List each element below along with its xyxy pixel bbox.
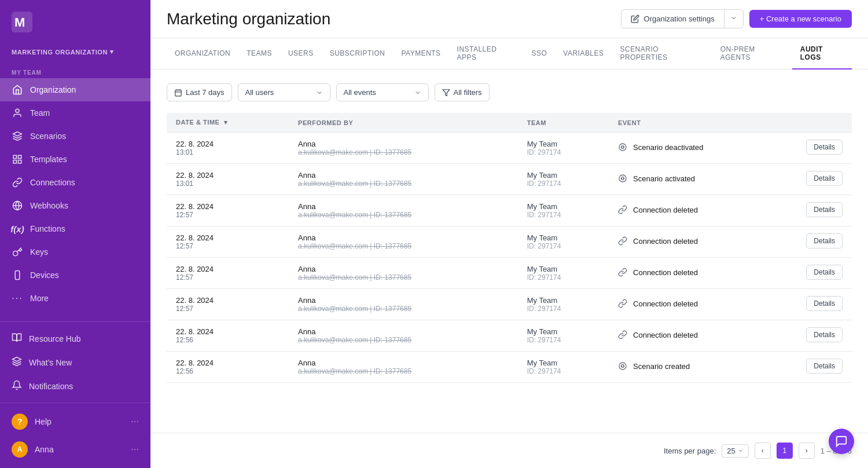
details-button[interactable]: Details [806,202,843,217]
tab-organization[interactable]: Organization [167,42,238,65]
tab-teams[interactable]: Teams [238,42,280,65]
events-filter[interactable]: All events [336,83,429,101]
calendar-icon [174,89,182,97]
chat-bubble-button[interactable] [829,429,854,454]
resource-hub-icon [12,332,22,345]
tab-payments[interactable]: Payments [393,42,449,65]
svg-rect-12 [175,90,182,96]
svg-point-2 [16,109,19,112]
tab-variables[interactable]: Variables [555,42,612,65]
cell-datetime-4: 22. 8. 2024 12:57 [167,258,289,289]
tab-sso[interactable]: SSO [524,42,556,65]
webhooks-icon [12,200,23,211]
keys-icon [12,246,23,258]
prev-page-button[interactable]: ‹ [755,443,771,459]
page-size-value: 25 [727,447,735,455]
tab-scenario-properties[interactable]: Scenario Properties [612,38,712,70]
sidebar-item-resource-hub[interactable]: Resource Hub [0,327,150,350]
tabs-nav: Organization Teams Users Subscription Pa… [150,38,868,70]
sidebar-item-whats-new[interactable]: What's New [0,350,150,374]
table-row: 22. 8. 2024 12:57 Anna a.kulikova@make.c… [167,226,852,258]
sidebar-item-scenarios[interactable]: Scenarios [0,125,150,148]
table-row: 22. 8. 2024 13:01 Anna a.kulikova@make.c… [167,164,852,195]
sidebar-item-functions[interactable]: f(x) Functions [0,217,150,240]
table-row: 22. 8. 2024 12:57 Anna a.kulikova@make.c… [167,289,852,320]
tab-users[interactable]: Users [280,42,322,65]
sidebar-item-connections[interactable]: Connections [0,171,150,194]
details-button[interactable]: Details [806,296,843,311]
details-button[interactable]: Details [806,233,843,248]
sidebar-item-keys[interactable]: Keys [0,240,150,264]
events-filter-label: All events [344,88,376,97]
cell-datetime-5: 22. 8. 2024 12:57 [167,289,289,320]
sidebar-item-notifications[interactable]: Notifications [0,374,150,398]
sidebar-item-devices[interactable]: Devices [0,264,150,287]
details-button[interactable]: Details [806,327,843,342]
sidebar-item-team-label: Team [30,108,50,118]
org-selector[interactable]: Marketing Organization ▾ [0,43,150,63]
anna-label: Anna [35,445,54,454]
date-range-filter[interactable]: Last 7 days [167,83,232,101]
tab-installed-apps[interactable]: Installed Apps [449,38,524,70]
svg-rect-6 [19,160,21,163]
col-performed-by: Performed By [289,113,518,133]
table-row: 22. 8. 2024 12:57 Anna a.kulikova@make.c… [167,258,852,289]
sidebar-item-webhooks[interactable]: Webhooks [0,194,150,217]
users-filter[interactable]: All users [238,83,330,101]
create-scenario-button[interactable]: + Create a new scenario [749,10,852,28]
svg-marker-3 [13,132,22,137]
sidebar-item-functions-label: Functions [30,224,65,233]
connections-icon [12,177,23,188]
cell-performed-by-4: Anna a.kulikova@make.com | ID: 1377685 [289,258,518,289]
create-scenario-label: + Create a new scenario [760,14,841,23]
org-settings-dropdown-button[interactable] [724,9,744,28]
sidebar-item-devices-label: Devices [30,270,59,280]
anna-more-icon: ⋯ [131,445,139,454]
chat-icon [835,435,848,448]
cell-team-6: My Team ID: 297174 [518,320,609,352]
event-type-icon [618,142,627,152]
sidebar-item-keys-label: Keys [30,247,48,257]
page-size-select[interactable]: 25 [722,444,748,458]
team-icon [12,107,23,119]
details-button[interactable]: Details [806,140,843,155]
sidebar-item-more[interactable]: ··· More [0,287,150,310]
col-datetime[interactable]: Date & Time ▾ [167,113,289,133]
sidebar-item-anna[interactable]: A Anna ⋯ [0,436,150,463]
sidebar-item-more-label: More [30,294,49,303]
tab-on-prem-agents[interactable]: On-prem Agents [712,38,792,70]
details-button[interactable]: Details [806,359,843,374]
avatar: A [12,441,28,458]
tab-subscription[interactable]: Subscription [322,42,393,65]
home-icon [12,84,23,96]
all-filters-button[interactable]: All filters [435,83,490,101]
table-row: 22. 8. 2024 12:56 Anna a.kulikova@make.c… [167,352,852,383]
help-more-icon: ⋯ [131,417,139,426]
sidebar-item-organization[interactable]: Organization [0,78,150,101]
event-name: Scenario deactivated [633,143,703,152]
whats-new-label: What's New [29,358,72,367]
sidebar-item-help[interactable]: ? Help ⋯ [0,408,150,436]
table-row: 22. 8. 2024 12:57 Anna a.kulikova@make.c… [167,195,852,226]
event-type-icon [618,205,627,214]
page-size-chevron [738,448,744,454]
details-button[interactable]: Details [806,171,843,186]
details-button[interactable]: Details [806,265,843,280]
cell-datetime-6: 22. 8. 2024 12:56 [167,320,289,352]
chevron-down-icon [730,14,737,21]
tab-audit-logs[interactable]: Audit Logs [792,38,852,70]
app-logo[interactable]: M [0,0,150,43]
next-page-button[interactable]: › [799,443,815,459]
sidebar-item-team[interactable]: Team [0,101,150,125]
devices-icon [12,269,23,281]
cell-performed-by-3: Anna a.kulikova@make.com | ID: 1377685 [289,226,518,258]
cell-team-7: My Team ID: 297174 [518,352,609,383]
current-page-button[interactable]: 1 [777,443,793,459]
org-settings-button[interactable]: Organization settings [621,9,724,28]
top-header: Marketing organization Organization sett… [150,0,868,38]
sidebar-item-templates[interactable]: Templates [0,148,150,171]
all-filters-label: All filters [454,88,482,97]
event-name: Connection deleted [633,299,698,308]
event-name: Connection deleted [633,237,698,246]
audit-table: Date & Time ▾ Performed By Team Event 22… [167,113,852,383]
